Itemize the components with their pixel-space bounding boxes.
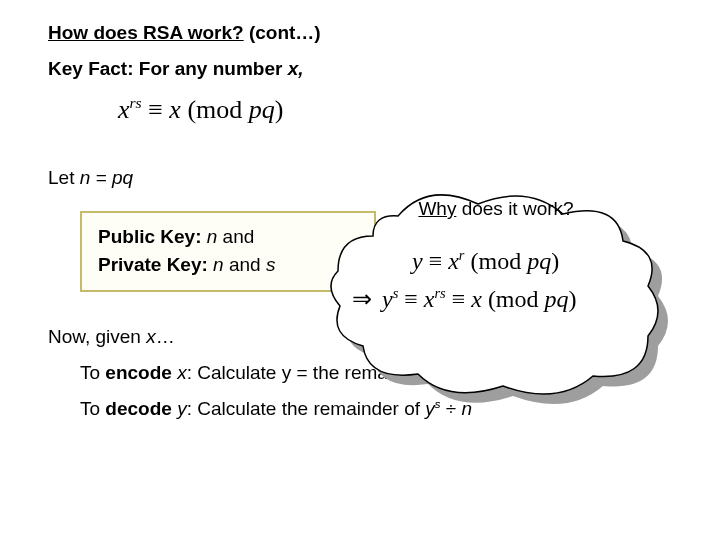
keyfact-var: x,	[288, 58, 304, 79]
cloud-eq-2: ⇒ys ≡ xrs ≡ x (mod pq)	[352, 280, 646, 318]
key-fact-line: Key Fact: For any number x,	[48, 58, 672, 80]
c2-lhs-b: y	[382, 286, 393, 312]
public-key-label: Public Key:	[98, 226, 201, 247]
dec-bold: decode	[105, 398, 172, 419]
eq-rhs-base: x	[169, 95, 181, 124]
enc-var: x	[177, 362, 187, 383]
dec-pre: To	[80, 398, 105, 419]
eq-mod-open: (mod	[181, 95, 249, 124]
keyfact-text: Key Fact: For any number	[48, 58, 288, 79]
cloud-content: Why does it work? y ≡ xr (mod pq) ⇒ys ≡ …	[346, 196, 646, 319]
priv-n: n	[208, 254, 224, 275]
pk-and: and	[217, 226, 254, 247]
c2-mo: (mod	[482, 286, 545, 312]
enc-bold: encode	[105, 362, 172, 383]
private-key-label: Private Key:	[98, 254, 208, 275]
c2-mv: pq	[545, 286, 569, 312]
c1-equiv: ≡	[423, 248, 449, 274]
eq-equiv: ≡	[142, 95, 170, 124]
cloud-callout: Why does it work? y ≡ xr (mod pq) ⇒ys ≡ …	[318, 176, 678, 420]
cloud-eq-1: y ≡ xr (mod pq)	[382, 242, 646, 280]
dec-var: y	[177, 398, 187, 419]
c2-rhs-e: rs	[434, 285, 445, 301]
priv-s: s	[266, 254, 276, 275]
enc-pre: To	[80, 362, 105, 383]
eq-lhs-base: x	[118, 95, 130, 124]
nowgiven-prefix: Now, given	[48, 326, 146, 347]
priv-and: and	[224, 254, 266, 275]
c2-equiv2: ≡	[446, 286, 472, 312]
c1-lhs: y	[412, 248, 423, 274]
c1-rhs-b: x	[448, 248, 459, 274]
c2-equiv: ≡	[398, 286, 424, 312]
why-rest: does it work?	[456, 198, 573, 219]
implies-icon: ⇒	[352, 280, 382, 318]
c1-mo: (mod	[464, 248, 527, 274]
eq-mod-close: )	[275, 95, 284, 124]
why-line: Why does it work?	[346, 198, 646, 220]
eq-mod-vars: pq	[249, 95, 275, 124]
nowgiven-var: x	[146, 326, 156, 347]
c2-mc: )	[569, 286, 577, 312]
c1-mv: pq	[527, 248, 551, 274]
slide-title: How does RSA work? (cont…)	[48, 22, 672, 44]
why-underlined: Why	[418, 198, 456, 219]
equation-main: xrs ≡ x (mod pq)	[118, 94, 672, 125]
c1-mc: )	[551, 248, 559, 274]
c2-rhs2-b: x	[471, 286, 482, 312]
letn-expr: n = pq	[80, 167, 133, 188]
title-underlined: How does RSA work?	[48, 22, 244, 43]
c2-rhs-b: x	[424, 286, 435, 312]
letn-prefix: Let	[48, 167, 80, 188]
pk-n: n	[207, 226, 218, 247]
eq-lhs-exp: rs	[130, 94, 142, 111]
title-rest: (cont…)	[244, 22, 321, 43]
slide: How does RSA work? (cont…) Key Fact: For…	[0, 0, 720, 540]
nowgiven-suffix: …	[156, 326, 175, 347]
